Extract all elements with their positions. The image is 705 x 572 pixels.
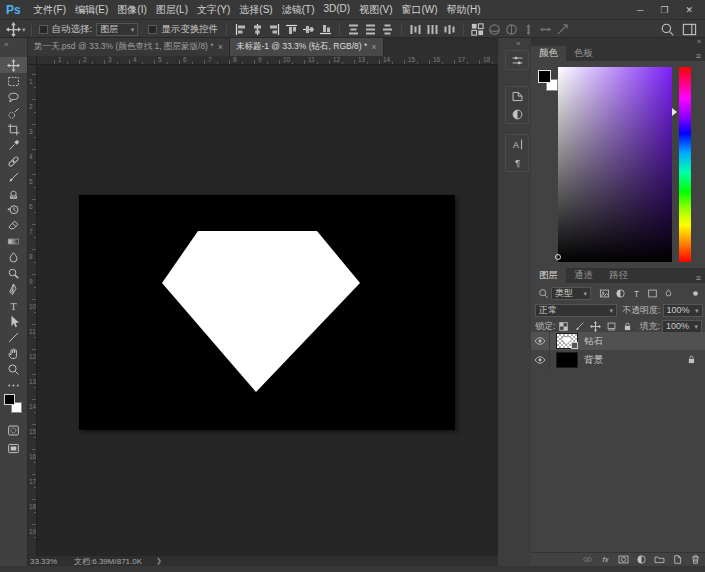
distribute-bottom-edges-button[interactable] bbox=[380, 22, 395, 37]
clone-stamp-tool[interactable] bbox=[0, 185, 27, 201]
align-right-edges-button[interactable] bbox=[267, 22, 282, 37]
close-button[interactable]: ✕ bbox=[685, 5, 693, 15]
layer-row-钻石[interactable]: 钻石 bbox=[531, 332, 705, 350]
layers-panel-tab-channels[interactable]: 通道 bbox=[566, 268, 601, 283]
menu-edit[interactable]: 编辑(E) bbox=[70, 3, 112, 17]
pen-tool[interactable] bbox=[0, 281, 27, 297]
new-group-button[interactable] bbox=[652, 553, 666, 566]
lasso-tool[interactable] bbox=[0, 89, 27, 105]
color-panel-tab-swatches[interactable]: 色板 bbox=[566, 46, 601, 61]
pixel-layer-filter-button[interactable] bbox=[597, 287, 611, 300]
hue-slider-pointer[interactable] bbox=[672, 108, 677, 116]
lock-artboard-button[interactable] bbox=[605, 320, 619, 333]
hand-tool[interactable] bbox=[0, 345, 27, 361]
layers-panel-tab-layers[interactable]: 图层 bbox=[531, 268, 566, 283]
add-layer-mask-button[interactable] bbox=[616, 553, 630, 566]
dodge-tool[interactable] bbox=[0, 265, 27, 281]
align-left-edges-button[interactable] bbox=[233, 22, 248, 37]
opacity-field[interactable]: 100%▾ bbox=[663, 304, 703, 317]
adjustments-panel-icon[interactable] bbox=[506, 105, 528, 123]
menu-select[interactable]: 选择(S) bbox=[235, 3, 277, 17]
character-panel-icon[interactable]: A bbox=[506, 135, 528, 153]
distribute-top-edges-button[interactable] bbox=[346, 22, 361, 37]
auto-select-target-dropdown[interactable]: 图层▾ bbox=[96, 23, 138, 36]
document-tab-1[interactable]: 第一天.psd @ 33.3% (颜色查找 1, 图层蒙版/8) *× bbox=[28, 38, 230, 56]
libraries-panel-icon[interactable] bbox=[506, 87, 528, 105]
menu-filter[interactable]: 滤镜(T) bbox=[277, 3, 319, 17]
3d-rotate-button[interactable] bbox=[487, 22, 502, 37]
spot-healing-brush-tool[interactable] bbox=[0, 153, 27, 169]
document-tab-2[interactable]: 未标题-1 @ 33.3% (钻石, RGB/8) *× bbox=[230, 38, 384, 56]
new-adjustment-layer-button[interactable] bbox=[634, 553, 648, 566]
crop-tool[interactable] bbox=[0, 121, 27, 137]
quick-mask-mode-button[interactable] bbox=[0, 422, 27, 438]
show-transform-checkbox[interactable] bbox=[148, 25, 157, 34]
tool-preset-caret[interactable]: ▾ bbox=[22, 26, 26, 33]
zoom-tool[interactable] bbox=[0, 361, 27, 377]
properties-panel-icon[interactable] bbox=[506, 51, 528, 69]
eraser-tool[interactable] bbox=[0, 217, 27, 233]
distribute-vertical-centers-button[interactable] bbox=[363, 22, 378, 37]
tab-close-icon[interactable]: × bbox=[218, 42, 223, 52]
minimize-button[interactable]: ─ bbox=[637, 5, 643, 15]
quick-selection-tool[interactable] bbox=[0, 105, 27, 121]
align-top-edges-button[interactable] bbox=[284, 22, 299, 37]
layer-filter-toggle[interactable] bbox=[688, 287, 702, 300]
distribute-horizontal-centers-button[interactable] bbox=[425, 22, 440, 37]
lock-image-pixels-button[interactable] bbox=[573, 320, 587, 333]
adjustment-layer-filter-button[interactable] bbox=[613, 287, 627, 300]
status-chevron-icon[interactable]: ❯ bbox=[156, 557, 162, 565]
tab-close-icon[interactable]: × bbox=[371, 42, 376, 52]
auto-align-layers-button[interactable] bbox=[470, 22, 485, 37]
maximize-button[interactable]: ❐ bbox=[660, 5, 668, 15]
gradient-tool[interactable] bbox=[0, 233, 27, 249]
layer-filter-type-dropdown[interactable]: 类型▾ bbox=[551, 287, 591, 300]
move-tool[interactable] bbox=[0, 57, 27, 73]
blend-mode-dropdown[interactable]: 正常▾ bbox=[535, 304, 617, 317]
layer-thumbnail[interactable] bbox=[556, 352, 578, 368]
paragraph-panel-icon[interactable]: ¶ bbox=[506, 153, 528, 171]
foreground-color-tool[interactable] bbox=[4, 394, 15, 405]
layer-name[interactable]: 背景 bbox=[584, 354, 603, 367]
3d-drag-button[interactable] bbox=[521, 22, 536, 37]
menu-help[interactable]: 帮助(H) bbox=[442, 3, 485, 17]
align-horizontal-centers-button[interactable] bbox=[250, 22, 265, 37]
3d-slide-button[interactable] bbox=[538, 22, 553, 37]
menu-3d[interactable]: 3D(D) bbox=[319, 3, 355, 17]
distribute-right-edges-button[interactable] bbox=[442, 22, 457, 37]
menu-layer[interactable]: 图层(L) bbox=[151, 3, 192, 17]
history-brush-tool[interactable] bbox=[0, 201, 27, 217]
menu-window[interactable]: 窗口(W) bbox=[397, 3, 442, 17]
toolbar-collapse-button[interactable]: » bbox=[4, 40, 8, 49]
saturation-brightness-field[interactable] bbox=[558, 67, 672, 262]
lock-position-button[interactable] bbox=[589, 320, 603, 333]
rectangular-marquee-tool[interactable] bbox=[0, 73, 27, 89]
screen-mode-button[interactable] bbox=[0, 440, 27, 456]
type-tool[interactable]: T bbox=[0, 297, 27, 313]
align-vertical-centers-button[interactable] bbox=[301, 22, 316, 37]
edit-toolbar-button[interactable] bbox=[0, 377, 27, 393]
layers-panel-menu-icon[interactable]: ≡ bbox=[696, 273, 701, 283]
delete-layer-button[interactable] bbox=[688, 553, 702, 566]
canvas-pasteboard[interactable] bbox=[37, 65, 498, 556]
3d-scale-button[interactable] bbox=[555, 22, 570, 37]
new-layer-button[interactable] bbox=[670, 553, 684, 566]
link-layers-button[interactable] bbox=[580, 553, 594, 566]
lock-all-button[interactable] bbox=[621, 320, 635, 333]
layer-search-icon[interactable] bbox=[536, 287, 550, 300]
line-tool[interactable] bbox=[0, 329, 27, 345]
color-panel-tab-color[interactable]: 颜色 bbox=[531, 46, 566, 61]
blur-tool[interactable] bbox=[0, 249, 27, 265]
eyedropper-tool[interactable] bbox=[0, 137, 27, 153]
hue-slider[interactable] bbox=[679, 67, 691, 262]
layer-visibility-eye-icon[interactable] bbox=[531, 332, 550, 350]
layer-visibility-eye-icon[interactable] bbox=[531, 351, 550, 369]
lock-transparent-pixels-button[interactable] bbox=[557, 320, 571, 333]
color-panel-menu-icon[interactable]: ≡ bbox=[696, 51, 701, 61]
distribute-left-edges-button[interactable] bbox=[408, 22, 423, 37]
auto-select-checkbox[interactable] bbox=[39, 25, 48, 34]
smart-object-filter-button[interactable] bbox=[661, 287, 675, 300]
search-button[interactable] bbox=[660, 22, 675, 37]
3d-roll-button[interactable] bbox=[504, 22, 519, 37]
zoom-level-field[interactable]: 33.33% bbox=[30, 557, 66, 566]
